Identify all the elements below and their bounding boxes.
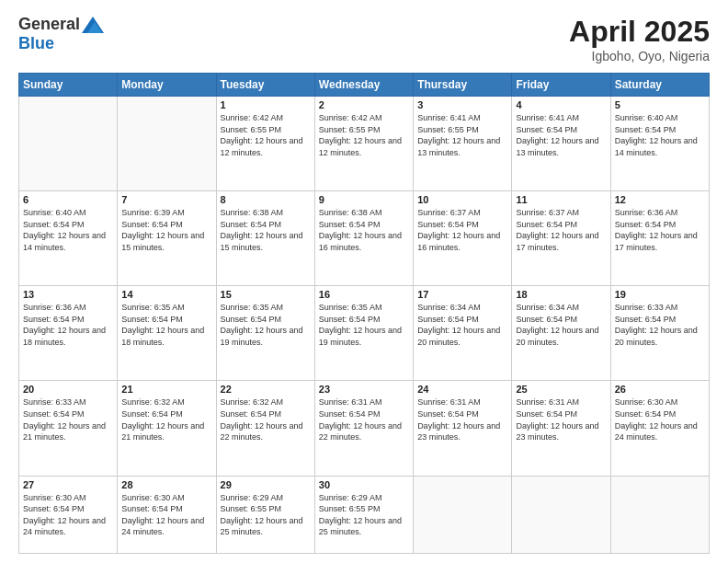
- calendar-cell: 3Sunrise: 6:41 AM Sunset: 6:55 PM Daylig…: [414, 97, 512, 191]
- calendar-cell: 2Sunrise: 6:42 AM Sunset: 6:55 PM Daylig…: [314, 97, 413, 191]
- day-number: 27: [23, 479, 113, 490]
- calendar-header-monday: Monday: [118, 74, 216, 97]
- day-number: 20: [23, 384, 113, 395]
- day-number: 26: [615, 384, 705, 395]
- day-info: Sunrise: 6:40 AM Sunset: 6:54 PM Dayligh…: [23, 207, 113, 253]
- day-number: 29: [221, 479, 311, 490]
- logo-general-text: General: [18, 15, 80, 34]
- day-info: Sunrise: 6:33 AM Sunset: 6:54 PM Dayligh…: [615, 302, 705, 348]
- day-number: 4: [516, 99, 606, 110]
- day-info: Sunrise: 6:42 AM Sunset: 6:55 PM Dayligh…: [319, 112, 409, 158]
- logo: General Blue: [18, 15, 104, 53]
- calendar-cell: 21Sunrise: 6:32 AM Sunset: 6:54 PM Dayli…: [118, 381, 216, 476]
- day-number: 13: [23, 289, 113, 300]
- calendar-cell: 16Sunrise: 6:35 AM Sunset: 6:54 PM Dayli…: [314, 286, 413, 381]
- day-number: 19: [615, 289, 705, 300]
- calendar-cell: 27Sunrise: 6:30 AM Sunset: 6:54 PM Dayli…: [19, 476, 118, 553]
- day-info: Sunrise: 6:31 AM Sunset: 6:54 PM Dayligh…: [516, 396, 606, 442]
- calendar-week-4: 20Sunrise: 6:33 AM Sunset: 6:54 PM Dayli…: [19, 381, 710, 476]
- day-info: Sunrise: 6:36 AM Sunset: 6:54 PM Dayligh…: [615, 207, 705, 253]
- calendar-cell: 24Sunrise: 6:31 AM Sunset: 6:54 PM Dayli…: [414, 381, 512, 476]
- day-number: 23: [319, 384, 409, 395]
- day-number: 25: [516, 384, 606, 395]
- day-info: Sunrise: 6:31 AM Sunset: 6:54 PM Dayligh…: [417, 396, 507, 442]
- calendar-cell: 15Sunrise: 6:35 AM Sunset: 6:54 PM Dayli…: [216, 286, 314, 381]
- calendar-cell: 18Sunrise: 6:34 AM Sunset: 6:54 PM Dayli…: [512, 286, 610, 381]
- day-number: 5: [615, 99, 705, 110]
- subtitle: Igboho, Oyo, Nigeria: [569, 49, 710, 63]
- calendar-cell: 7Sunrise: 6:39 AM Sunset: 6:54 PM Daylig…: [118, 191, 216, 286]
- calendar-header-sunday: Sunday: [19, 74, 118, 97]
- day-info: Sunrise: 6:29 AM Sunset: 6:55 PM Dayligh…: [319, 492, 409, 538]
- day-info: Sunrise: 6:35 AM Sunset: 6:54 PM Dayligh…: [221, 302, 311, 348]
- day-number: 11: [516, 194, 606, 205]
- day-number: 10: [417, 194, 507, 205]
- day-info: Sunrise: 6:34 AM Sunset: 6:54 PM Dayligh…: [417, 302, 507, 348]
- calendar-cell: 17Sunrise: 6:34 AM Sunset: 6:54 PM Dayli…: [414, 286, 512, 381]
- calendar-cell: 4Sunrise: 6:41 AM Sunset: 6:54 PM Daylig…: [512, 97, 610, 191]
- day-number: 15: [221, 289, 311, 300]
- day-number: 21: [121, 384, 211, 395]
- calendar-week-3: 13Sunrise: 6:36 AM Sunset: 6:54 PM Dayli…: [19, 286, 710, 381]
- day-number: 30: [319, 479, 409, 490]
- day-number: 22: [221, 384, 311, 395]
- day-info: Sunrise: 6:35 AM Sunset: 6:54 PM Dayligh…: [319, 302, 409, 348]
- day-info: Sunrise: 6:37 AM Sunset: 6:54 PM Dayligh…: [516, 207, 606, 253]
- day-number: 8: [221, 194, 311, 205]
- logo-blue-text: Blue: [18, 34, 54, 53]
- day-number: 17: [417, 289, 507, 300]
- day-number: 24: [417, 384, 507, 395]
- calendar-cell: [414, 476, 512, 553]
- calendar-cell: 14Sunrise: 6:35 AM Sunset: 6:54 PM Dayli…: [118, 286, 216, 381]
- day-info: Sunrise: 6:30 AM Sunset: 6:54 PM Dayligh…: [615, 396, 705, 442]
- day-number: 3: [417, 99, 507, 110]
- day-info: Sunrise: 6:41 AM Sunset: 6:55 PM Dayligh…: [417, 112, 507, 158]
- calendar-cell: 29Sunrise: 6:29 AM Sunset: 6:55 PM Dayli…: [216, 476, 314, 553]
- calendar-cell: [610, 476, 709, 553]
- calendar-cell: 8Sunrise: 6:38 AM Sunset: 6:54 PM Daylig…: [216, 191, 314, 286]
- day-info: Sunrise: 6:36 AM Sunset: 6:54 PM Dayligh…: [23, 302, 113, 348]
- calendar-cell: 5Sunrise: 6:40 AM Sunset: 6:54 PM Daylig…: [610, 97, 709, 191]
- calendar-header-friday: Friday: [512, 74, 610, 97]
- calendar-cell: 20Sunrise: 6:33 AM Sunset: 6:54 PM Dayli…: [19, 381, 118, 476]
- calendar-cell: 10Sunrise: 6:37 AM Sunset: 6:54 PM Dayli…: [414, 191, 512, 286]
- day-number: 7: [121, 194, 211, 205]
- calendar-cell: [512, 476, 610, 553]
- day-number: 28: [121, 479, 211, 490]
- day-info: Sunrise: 6:32 AM Sunset: 6:54 PM Dayligh…: [121, 396, 211, 442]
- main-title: April 2025: [569, 15, 710, 49]
- calendar-cell: 26Sunrise: 6:30 AM Sunset: 6:54 PM Dayli…: [610, 381, 709, 476]
- day-number: 18: [516, 289, 606, 300]
- calendar-week-1: 1Sunrise: 6:42 AM Sunset: 6:55 PM Daylig…: [19, 97, 710, 191]
- calendar-cell: 11Sunrise: 6:37 AM Sunset: 6:54 PM Dayli…: [512, 191, 610, 286]
- day-info: Sunrise: 6:34 AM Sunset: 6:54 PM Dayligh…: [516, 302, 606, 348]
- day-info: Sunrise: 6:30 AM Sunset: 6:54 PM Dayligh…: [121, 492, 211, 538]
- day-number: 2: [319, 99, 409, 110]
- day-info: Sunrise: 6:37 AM Sunset: 6:54 PM Dayligh…: [417, 207, 507, 253]
- title-block: April 2025 Igboho, Oyo, Nigeria: [569, 15, 710, 63]
- calendar-week-5: 27Sunrise: 6:30 AM Sunset: 6:54 PM Dayli…: [19, 476, 710, 553]
- calendar-cell: 1Sunrise: 6:42 AM Sunset: 6:55 PM Daylig…: [216, 97, 314, 191]
- calendar-cell: 22Sunrise: 6:32 AM Sunset: 6:54 PM Dayli…: [216, 381, 314, 476]
- header: General Blue April 2025 Igboho, Oyo, Nig…: [18, 15, 710, 63]
- day-info: Sunrise: 6:35 AM Sunset: 6:54 PM Dayligh…: [121, 302, 211, 348]
- calendar-cell: 25Sunrise: 6:31 AM Sunset: 6:54 PM Dayli…: [512, 381, 610, 476]
- day-number: 16: [319, 289, 409, 300]
- calendar-cell: 30Sunrise: 6:29 AM Sunset: 6:55 PM Dayli…: [314, 476, 413, 553]
- calendar-cell: 6Sunrise: 6:40 AM Sunset: 6:54 PM Daylig…: [19, 191, 118, 286]
- calendar-cell: 12Sunrise: 6:36 AM Sunset: 6:54 PM Dayli…: [610, 191, 709, 286]
- day-number: 9: [319, 194, 409, 205]
- day-info: Sunrise: 6:32 AM Sunset: 6:54 PM Dayligh…: [221, 396, 311, 442]
- calendar-cell: [19, 97, 118, 191]
- day-info: Sunrise: 6:39 AM Sunset: 6:54 PM Dayligh…: [121, 207, 211, 253]
- logo-icon: [82, 17, 104, 33]
- day-info: Sunrise: 6:40 AM Sunset: 6:54 PM Dayligh…: [615, 112, 705, 158]
- calendar-cell: 19Sunrise: 6:33 AM Sunset: 6:54 PM Dayli…: [610, 286, 709, 381]
- day-number: 6: [23, 194, 113, 205]
- calendar-cell: 28Sunrise: 6:30 AM Sunset: 6:54 PM Dayli…: [118, 476, 216, 553]
- day-info: Sunrise: 6:29 AM Sunset: 6:55 PM Dayligh…: [221, 492, 311, 538]
- day-number: 14: [121, 289, 211, 300]
- calendar-table: SundayMondayTuesdayWednesdayThursdayFrid…: [18, 73, 710, 554]
- calendar-cell: 23Sunrise: 6:31 AM Sunset: 6:54 PM Dayli…: [314, 381, 413, 476]
- calendar-cell: [118, 97, 216, 191]
